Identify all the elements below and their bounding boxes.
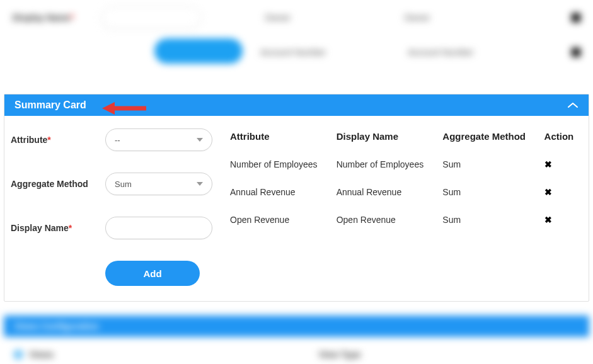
cell-aggregate: Sum: [437, 178, 539, 206]
cell-display-name: Number of Employees: [331, 151, 438, 178]
add-button[interactable]: Add: [105, 261, 200, 286]
summary-card-header: Summary Card: [4, 94, 589, 116]
summary-card-panel: Summary Card Attribute* -- Aggregate Met…: [4, 94, 589, 302]
delete-icon[interactable]: ✖: [544, 159, 552, 169]
summary-table-wrapper: Attribute Display Name Aggregate Method …: [225, 128, 582, 234]
col-aggregate: Aggregate Method: [437, 128, 539, 151]
delete-icon[interactable]: ✖: [544, 187, 552, 197]
summary-card-title: Summary Card: [14, 100, 86, 111]
cell-display-name: Annual Revenue: [331, 178, 438, 206]
aggregate-method-select-value: Sum: [115, 179, 132, 189]
cell-aggregate: Sum: [437, 151, 539, 178]
summary-table: Attribute Display Name Aggregate Method …: [225, 128, 582, 234]
table-row: Open Revenue Open Revenue Sum ✖: [225, 206, 582, 234]
aggregate-method-select[interactable]: Sum: [105, 173, 212, 195]
svg-marker-1: [102, 102, 115, 115]
summary-form: Attribute* -- Aggregate Method Sum Displ…: [11, 128, 225, 286]
delete-icon[interactable]: ✖: [544, 215, 552, 225]
attribute-select[interactable]: --: [105, 128, 212, 151]
lower-blurred-section: Views Configuration Views View Type: [0, 316, 593, 364]
cell-attribute: Annual Revenue: [225, 178, 331, 206]
upper-blurred-section: Display Name* Owner Owner Account Number…: [0, 0, 593, 94]
cell-attribute: Number of Employees: [225, 151, 331, 178]
cell-aggregate: Sum: [437, 206, 539, 234]
aggregate-method-label: Aggregate Method: [11, 179, 105, 189]
col-attribute: Attribute: [225, 128, 331, 151]
chevron-down-icon: [197, 138, 203, 142]
attribute-select-value: --: [115, 135, 120, 145]
pointer-arrow-annotation: [102, 101, 146, 118]
summary-card-body: Attribute* -- Aggregate Method Sum Displ…: [4, 116, 589, 301]
table-row: Annual Revenue Annual Revenue Sum ✖: [225, 178, 582, 206]
collapse-icon[interactable]: [567, 102, 579, 108]
cell-attribute: Open Revenue: [225, 206, 331, 234]
col-action: Action: [539, 128, 582, 151]
chevron-down-icon: [197, 182, 203, 186]
col-display-name: Display Name: [331, 128, 438, 151]
display-name-label: Display Name*: [11, 223, 105, 233]
display-name-input[interactable]: [105, 217, 212, 239]
cell-display-name: Open Revenue: [331, 206, 438, 234]
attribute-label: Attribute*: [11, 135, 105, 145]
table-row: Number of Employees Number of Employees …: [225, 151, 582, 178]
